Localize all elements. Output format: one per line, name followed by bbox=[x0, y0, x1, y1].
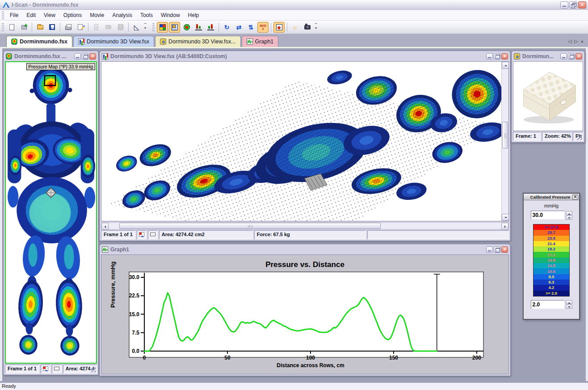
menu-item-edit[interactable]: Edit bbox=[22, 11, 40, 20]
menu-grip[interactable] bbox=[2, 11, 4, 19]
tab-close-icon[interactable]: × bbox=[581, 39, 584, 44]
menu-item-options[interactable]: Options bbox=[59, 11, 86, 20]
min-spin-up-icon[interactable] bbox=[566, 300, 572, 304]
graph-maximize-button[interactable] bbox=[494, 246, 500, 253]
menu-item-window[interactable]: Window bbox=[157, 11, 184, 20]
rotate-button[interactable]: ↻ bbox=[221, 22, 232, 33]
angle-tool-icon: ◺ bbox=[133, 24, 140, 31]
scroll-up-icon[interactable] bbox=[502, 62, 509, 69]
pressure-map-canvas[interactable] bbox=[6, 62, 96, 363]
tab-scroll-right-icon[interactable]: ▷ bbox=[574, 38, 578, 44]
avg2-button[interactable]: AVG2 bbox=[257, 22, 269, 33]
map-window-titlebar[interactable]: Dorminmundo.fsx ... bbox=[5, 51, 97, 61]
menu-item-movie[interactable]: Movie bbox=[86, 11, 108, 20]
calibration-close-icon[interactable]: ✕ bbox=[572, 195, 578, 199]
contour-button[interactable] bbox=[181, 22, 192, 33]
tab-dormimundo-3d-view-fsx-[interactable]: Dormimundo 3D View.fsx... bbox=[155, 36, 241, 47]
graph-minimize-button[interactable] bbox=[486, 246, 493, 253]
scroll-left-icon[interactable] bbox=[101, 223, 109, 230]
main-titlebar: I-Scan - Dorminmundo.fsx bbox=[0, 0, 588, 10]
rect-select-icon[interactable] bbox=[52, 365, 62, 373]
menu-bar: FileEditViewOptionsMovieAnalysisToolsWin… bbox=[0, 10, 588, 21]
bars-3d-button[interactable] bbox=[193, 22, 204, 33]
print-button[interactable] bbox=[63, 22, 74, 33]
photo-extra-status: Ph bbox=[573, 132, 583, 141]
graph-window-titlebar[interactable]: Graph1 bbox=[101, 244, 509, 254]
flag-icon[interactable] bbox=[41, 365, 50, 373]
camera-button[interactable] bbox=[302, 22, 313, 33]
view-3d-icon bbox=[78, 38, 84, 45]
scale-band: >= 2.0 bbox=[533, 291, 569, 296]
toolbar-grip-2[interactable] bbox=[152, 23, 155, 31]
menu-item-tools[interactable]: Tools bbox=[136, 11, 157, 20]
view3d-minimize-button[interactable] bbox=[486, 53, 493, 59]
restore-button[interactable] bbox=[569, 1, 577, 8]
min-spin-down-icon[interactable] bbox=[566, 305, 572, 309]
min-pressure-input[interactable]: 2.0 bbox=[531, 300, 565, 309]
view3d-horizontal-scrollbar[interactable] bbox=[101, 222, 509, 229]
menu-item-analysis[interactable]: Analysis bbox=[108, 11, 136, 20]
toolbar-grip-1[interactable] bbox=[2, 23, 4, 31]
map-2d-button[interactable] bbox=[157, 22, 168, 33]
grid-2d-button[interactable] bbox=[169, 22, 180, 33]
max-spin-up-icon[interactable] bbox=[566, 211, 572, 215]
map-maximize-button[interactable] bbox=[82, 53, 88, 59]
photo-maximize-button[interactable] bbox=[568, 53, 575, 59]
avg2-icon: AVG2 bbox=[260, 24, 267, 31]
menu-item-file[interactable]: File bbox=[6, 11, 22, 20]
new-document-button[interactable] bbox=[6, 22, 17, 33]
tab-graph1[interactable]: Graph1 bbox=[242, 36, 279, 47]
swap-vertical-button[interactable]: ⇅ bbox=[245, 22, 256, 33]
view3d-close-button[interactable] bbox=[501, 53, 508, 59]
photo-zoom-status: Zoom: 42% bbox=[542, 132, 571, 141]
photo-window-titlebar[interactable]: Dormimun... bbox=[513, 51, 583, 61]
graph-close-button[interactable] bbox=[501, 246, 508, 253]
menu-item-view[interactable]: View bbox=[40, 11, 59, 20]
tab-dormimundo-3d-view-fsx[interactable]: Dormimundo 3D View.fsx bbox=[73, 36, 154, 47]
open-button[interactable] bbox=[34, 22, 46, 33]
photo-minimize-button[interactable] bbox=[560, 53, 567, 59]
menu-item-help[interactable]: Help bbox=[184, 11, 203, 20]
graph-canvas[interactable]: 05010015020030.022.515.07.50.0 bbox=[101, 255, 509, 374]
graph-3d-button[interactable] bbox=[205, 22, 216, 33]
snapshot-button bbox=[103, 22, 114, 33]
map-minimize-button[interactable] bbox=[74, 53, 81, 59]
flag-icon[interactable] bbox=[137, 230, 147, 239]
view3d-vertical-scrollbar[interactable] bbox=[501, 62, 508, 221]
map-close-button[interactable] bbox=[89, 53, 96, 59]
scale-band: 21.4 bbox=[533, 241, 569, 246]
surface-3d-plot[interactable] bbox=[101, 62, 501, 221]
horizontal-scroll-thumb[interactable] bbox=[119, 223, 381, 229]
pressure-map-view[interactable]: Pressure Map (^P) 33.9 mmHg bbox=[5, 61, 97, 364]
save-icon bbox=[49, 24, 55, 30]
close-button[interactable] bbox=[578, 1, 586, 8]
save-button[interactable] bbox=[46, 22, 58, 33]
toolbar-separator bbox=[128, 23, 129, 32]
rect-select-icon[interactable] bbox=[148, 230, 158, 239]
view3d-window-titlebar[interactable]: Dormimundo 3D View.fsx (AB:5400D:Custom) bbox=[101, 51, 509, 61]
legend-diamond-button[interactable]: ◆ bbox=[273, 22, 285, 33]
scroll-down-icon[interactable] bbox=[502, 214, 509, 221]
graph-content[interactable]: Pressure vs. Distance Pressure, mmHg Dis… bbox=[101, 254, 509, 374]
angle-tool-button[interactable]: ◺ bbox=[131, 22, 142, 33]
swap-horizontal-button[interactable]: ⇄ bbox=[233, 22, 244, 33]
toolbar-overflow-icon[interactable] bbox=[313, 22, 319, 33]
view3d-canvas[interactable] bbox=[101, 62, 501, 221]
graph-window-title: Graph1 bbox=[110, 246, 484, 253]
max-spin-down-icon[interactable] bbox=[566, 216, 572, 220]
photo-close-button[interactable] bbox=[575, 53, 582, 59]
scroll-right-icon[interactable] bbox=[501, 223, 508, 230]
minimize-button[interactable] bbox=[560, 1, 568, 8]
max-pressure-input[interactable]: 30.0 bbox=[531, 211, 565, 220]
toolbar: ◺ ↻⇄⇅AVG2◆☼ bbox=[0, 21, 588, 34]
calibration-titlebar[interactable]: Calibrated Pressure ✕ bbox=[524, 194, 579, 200]
tab-dorminmundo-fsx[interactable]: Dorminmundo.fsx bbox=[6, 36, 72, 47]
realtime-button[interactable] bbox=[18, 22, 29, 33]
mattress-image bbox=[515, 66, 582, 127]
toolbar-overflow-icon[interactable] bbox=[143, 22, 148, 33]
vertical-scroll-thumb[interactable] bbox=[502, 122, 508, 148]
view3d-maximize-button[interactable] bbox=[494, 53, 500, 59]
tab-scroll-left-icon[interactable]: ◁ bbox=[568, 38, 571, 44]
wand-button[interactable]: ☼ bbox=[290, 22, 301, 33]
edit-notes-button[interactable] bbox=[75, 22, 86, 33]
